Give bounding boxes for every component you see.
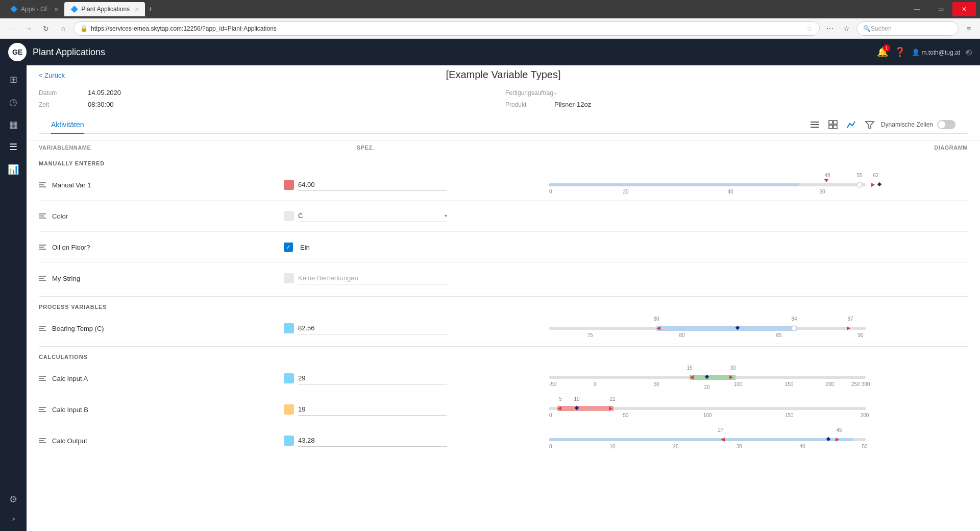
chart-cell-color (447, 201, 968, 231)
svg-rect-6 (834, 125, 837, 129)
chart-cell-mystring (447, 263, 968, 294)
sidebar-item-clock[interactable]: ◷ (3, 92, 23, 112)
app-header: GE Plant Applications 🔔 1 ❓ 👤 m.toth@tug… (0, 39, 980, 65)
sidebar-item-apps[interactable]: ⊞ (3, 69, 23, 90)
chart-svg-manual-var-1: 48 55 62 (447, 172, 968, 198)
var-name-cell-oil: Oil on Floor? (39, 239, 284, 255)
tab-close-plant[interactable]: ✕ (135, 7, 139, 12)
svg-point-14 (857, 182, 862, 187)
row-menu-icon-calc-b[interactable] (39, 407, 46, 412)
checkbox-oil[interactable]: ✓ (284, 243, 293, 252)
close-button[interactable]: ✕ (952, 2, 976, 16)
svg-rect-54 (557, 406, 614, 411)
zeit-row: Zeit 08:30:00 (39, 101, 501, 108)
row-menu-icon-color[interactable] (39, 213, 46, 219)
forward-button[interactable]: → (21, 21, 36, 36)
column-headers: VARIABLENNAME SPEZ. DIAGRAMM (39, 140, 968, 155)
zeit-label: Zeit (39, 101, 80, 108)
address-bar[interactable]: 🔒 https://services-emea.skytap.com:12256… (74, 21, 820, 36)
chart-view-icon[interactable] (844, 117, 859, 132)
var-name-cell-color: Color (39, 208, 284, 224)
dynamic-rows-label: Dynamische Zeilen (881, 121, 933, 128)
chart-cell-calc-out: 27 45 0 (447, 425, 968, 456)
svg-text:0: 0 (594, 381, 597, 387)
input-calc-out[interactable] (298, 435, 447, 447)
security-icon: 🔒 (80, 25, 88, 32)
list-view-icon[interactable] (807, 117, 822, 132)
row-menu-icon-oil[interactable] (39, 245, 46, 250)
svg-text:75: 75 (587, 332, 593, 338)
extensions-icon[interactable]: ≡ (962, 21, 976, 36)
svg-text:55: 55 (856, 173, 863, 178)
address-text: https://services-emea.skytap.com:12256/?… (91, 25, 803, 32)
input-calc-a[interactable] (298, 372, 447, 384)
bookmark-icon[interactable]: ☆ (806, 25, 813, 33)
notification-bell-icon[interactable]: 🔔 1 (877, 46, 888, 58)
svg-point-27 (792, 326, 797, 331)
search-icon: 🔍 (863, 25, 871, 32)
chart-cell-calc-a: 15 30 2 (447, 363, 968, 394)
tab-close-apps[interactable]: ✕ (54, 7, 58, 12)
svg-text:48: 48 (824, 173, 830, 178)
home-button[interactable]: ⌂ (56, 21, 70, 36)
tab-aktivitaeten[interactable]: Aktivitäten (51, 116, 84, 134)
tab-apps-ge[interactable]: 🔷 Apps - GE ✕ (4, 2, 64, 16)
input-manual-var-1[interactable] (298, 179, 447, 191)
svg-text:85: 85 (776, 332, 782, 338)
input-bearing[interactable] (298, 322, 447, 334)
row-menu-icon-mystring[interactable] (39, 276, 46, 281)
page-title: [Example Variable Types] (39, 69, 968, 81)
new-tab-button[interactable]: + (148, 5, 153, 14)
svg-rect-37 (690, 375, 736, 380)
svg-text:100: 100 (703, 413, 712, 418)
minimize-button[interactable]: — (905, 2, 929, 16)
produkt-value: Pilsner-12oz (554, 101, 591, 108)
user-menu[interactable]: 👤 m.toth@tug.at (912, 49, 960, 56)
var-name-manual-var-1: Manual Var 1 (52, 181, 91, 189)
sidebar-item-settings[interactable]: ⚙ (3, 489, 23, 510)
sidebar-item-list[interactable]: ☰ (3, 137, 23, 157)
row-menu-icon-bearing[interactable] (39, 326, 46, 331)
swatch-color (284, 211, 294, 221)
search-box[interactable]: 🔍 Suchen (856, 21, 959, 36)
dynamic-rows-toggle[interactable] (937, 120, 955, 129)
table-container: VARIABLENNAME SPEZ. DIAGRAMM MANUALLY EN… (27, 140, 980, 456)
row-menu-icon-calc-a[interactable] (39, 376, 46, 381)
grid-view-icon[interactable] (826, 117, 840, 132)
var-name-cell-mystring: My String (39, 271, 284, 286)
logout-icon[interactable]: ⎋ (966, 47, 972, 58)
back-button[interactable]: ← (4, 21, 18, 36)
user-email: m.toth@tug.at (921, 49, 960, 56)
table-row: Calc Output 27 45 (39, 425, 968, 456)
page-header: < Zurück [Example Variable Types] Datum … (27, 65, 980, 140)
row-menu-icon-manual-var-1[interactable] (39, 182, 46, 187)
svg-rect-16 (877, 182, 881, 186)
sidebar-item-analytics[interactable]: 📊 (3, 159, 23, 180)
help-icon[interactable]: ❓ (894, 46, 905, 58)
value-cell-calc-b (284, 399, 447, 420)
section-process-variables: PROCESS VARIABLES (39, 299, 968, 313)
header-icons: 🔔 1 ❓ 👤 m.toth@tug.at ⎋ (877, 46, 972, 58)
tab-plant-applications[interactable]: 🔷 Plant Applications ✕ (64, 2, 145, 16)
filter-icon[interactable] (863, 117, 877, 132)
col-header-diagram: DIAGRAMM (447, 144, 968, 151)
dropdown-color[interactable]: C ▾ (298, 210, 447, 222)
bookmark-star-icon[interactable]: ☆ (839, 21, 853, 36)
svg-rect-1 (811, 124, 819, 125)
svg-text:20: 20 (623, 189, 629, 195)
svg-rect-66 (549, 438, 853, 441)
swatch-calc-out (284, 436, 294, 446)
svg-text:5: 5 (559, 396, 562, 402)
input-mystring[interactable] (298, 272, 447, 284)
checkbox-label-oil: Ein (300, 244, 310, 251)
sidebar-expand-button[interactable]: > (3, 512, 23, 527)
app-body: ⊞ ◷ ▦ ☰ 📊 ⚙ > < Zurück [Example Variable… (0, 65, 980, 531)
tab-label-active: Plant Applications (81, 6, 130, 13)
reload-button[interactable]: ↻ (39, 21, 53, 36)
input-calc-b[interactable] (298, 403, 447, 416)
row-menu-icon-calc-out[interactable] (39, 438, 46, 443)
more-options-icon[interactable]: ⋯ (823, 21, 837, 36)
sidebar-item-chart[interactable]: ▦ (3, 114, 23, 135)
var-name-bearing: Bearing Temp (C) (52, 325, 104, 332)
maximize-button[interactable]: ▭ (929, 2, 952, 16)
